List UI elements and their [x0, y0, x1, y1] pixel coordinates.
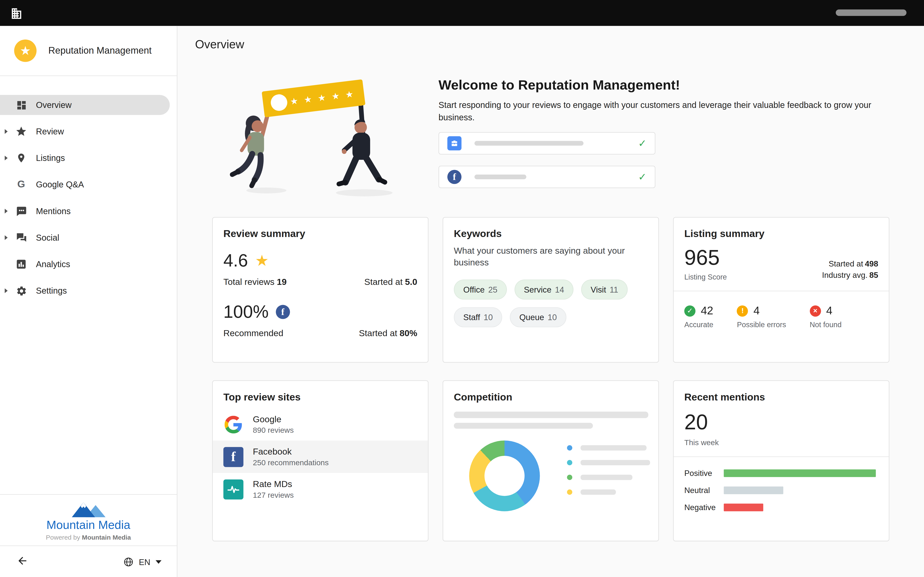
keyword-chip-visit[interactable]: Visit11: [581, 279, 628, 300]
legend-item: [567, 489, 650, 495]
sidebar-item-analytics[interactable]: Analytics: [0, 254, 170, 274]
legend-dot-icon: [567, 460, 572, 465]
sidebar-item-google-qa[interactable]: G Google Q&A: [0, 175, 170, 195]
building-icon[interactable]: [10, 6, 24, 20]
divider: [674, 291, 889, 291]
onboarding-checklist: ✓ f ✓: [439, 132, 877, 188]
mentions-count: 20: [685, 412, 878, 433]
legend-item: [567, 460, 650, 465]
warning-circle-icon: !: [737, 305, 748, 316]
error-circle-icon: ×: [810, 305, 821, 316]
reputation-star-icon: ★: [14, 40, 37, 62]
partner-brand: Mountain Media Powered by Mountain Media: [0, 495, 177, 545]
keyword-chip-queue[interactable]: Queue10: [510, 307, 566, 327]
legend-label-placeholder: [580, 460, 650, 465]
keyword-chips: Office25 Service14 Visit11 Staff10 Queue…: [454, 279, 648, 327]
account-placeholder: [836, 10, 906, 16]
site-row-google[interactable]: Google 890 reviews: [213, 408, 428, 441]
text-placeholder: [454, 423, 593, 429]
rating-started-label: Started at5.0: [365, 277, 417, 287]
expand-chevron-icon: [5, 235, 8, 240]
sidebar-item-overview[interactable]: Overview: [0, 95, 170, 115]
sidebar-item-listings[interactable]: Listings: [0, 148, 170, 168]
checklist-item-google-my-business[interactable]: ✓: [439, 132, 655, 155]
task-text-placeholder: [474, 141, 583, 146]
bar-chart-icon: [15, 259, 27, 269]
partner-name: Mountain Media: [0, 519, 177, 532]
site-row-ratemds[interactable]: Rate MDs 127 reviews: [213, 473, 428, 505]
check-icon: ✓: [638, 137, 646, 150]
sidebar-item-label: Settings: [36, 286, 67, 295]
globe-icon: [123, 556, 133, 567]
expand-chevron-icon: [5, 129, 8, 134]
gear-icon: [15, 285, 27, 296]
listing-score-caption: Listing Score: [685, 273, 727, 282]
powered-by-label: Powered by Mountain Media: [0, 533, 177, 541]
keyword-chip-service[interactable]: Service14: [514, 279, 574, 300]
app-header: ★ Reputation Management: [0, 26, 177, 76]
text-placeholder: [454, 412, 648, 418]
sidebar-item-social[interactable]: Social: [0, 227, 170, 248]
collapse-back-arrow-icon[interactable]: [16, 554, 28, 569]
card-title: Listing summary: [685, 228, 878, 240]
location-pin-icon: [15, 152, 27, 164]
sidebar-item-review[interactable]: Review: [0, 121, 170, 142]
sidebar-item-label: Review: [36, 127, 64, 136]
legend-item: [567, 475, 650, 480]
positive-bar: [724, 469, 876, 477]
listing-stat-accurate: ✓42 Accurate: [685, 304, 713, 329]
google-logo-icon: [223, 414, 244, 434]
dashboard-icon: [15, 99, 27, 111]
chat-bubble-icon: [15, 232, 27, 243]
legend-label-placeholder: [580, 489, 616, 495]
language-selector[interactable]: EN: [123, 556, 161, 567]
listing-stat-possible-errors: !4 Possible errors: [737, 304, 786, 329]
check-circle-icon: ✓: [685, 305, 696, 316]
facebook-icon: f: [223, 446, 244, 467]
card-title: Keywords: [454, 228, 648, 240]
listing-benchmarks: Started at498 Industry avg.85: [822, 259, 878, 281]
ratemds-pulse-icon: [223, 479, 244, 499]
main-content: Overview: [177, 26, 924, 577]
total-reviews-label: Total reviews19: [223, 277, 287, 287]
keyword-chip-staff[interactable]: Staff10: [454, 307, 502, 327]
language-code: EN: [139, 557, 150, 566]
sidebar-footer-area: Mountain Media Powered by Mountain Media…: [0, 494, 177, 577]
dashboard-cards: Review summary 4.6 ★ Total reviews19 Sta…: [212, 217, 890, 542]
sidebar-nav: Overview Review Listings G Google Q&A Me…: [0, 76, 177, 494]
sidebar: ★ Reputation Management Overview Review …: [0, 26, 177, 577]
facebook-icon: f: [276, 305, 290, 319]
app-title: Reputation Management: [48, 45, 152, 56]
expand-chevron-icon: [5, 288, 8, 293]
sidebar-bottom-bar: EN: [0, 545, 177, 577]
star-icon: [15, 126, 27, 137]
checklist-item-facebook[interactable]: f ✓: [439, 166, 655, 188]
site-row-facebook[interactable]: f Facebook 250 recommendations: [213, 440, 428, 473]
legend-dot-icon: [567, 489, 572, 495]
card-title: Recent mentions: [685, 392, 878, 403]
five-star-banner-icon: ★ ★ ★ ★ ★: [262, 79, 365, 117]
legend-label-placeholder: [580, 475, 632, 480]
sentiment-row-positive: Positive: [685, 469, 878, 478]
sidebar-item-label: Social: [36, 233, 59, 242]
top-bar: [0, 0, 924, 26]
legend-item: [567, 445, 650, 450]
mention-bubble-icon: [15, 206, 27, 217]
google-my-business-icon: [447, 136, 461, 150]
expand-chevron-icon: [5, 156, 8, 160]
top-review-sites-card: Top review sites Google 890 reviews f: [212, 380, 429, 541]
star-icon: ★: [255, 251, 269, 270]
neutral-bar: [724, 487, 783, 494]
sentiment-row-negative: Negative: [685, 503, 878, 512]
review-summary-card: Review summary 4.6 ★ Total reviews19 Sta…: [212, 217, 429, 363]
listing-summary-card: Listing summary 965 Listing Score Starte…: [673, 217, 889, 363]
sentiment-row-neutral: Neutral: [685, 486, 878, 495]
sidebar-item-label: Overview: [36, 100, 72, 110]
keyword-chip-office[interactable]: Office25: [454, 279, 507, 300]
chevron-down-icon: [156, 560, 161, 564]
page-title: Overview: [195, 38, 890, 51]
sidebar-item-settings[interactable]: Settings: [0, 280, 170, 301]
legend-dot-icon: [567, 445, 572, 450]
sidebar-item-mentions[interactable]: Mentions: [0, 201, 170, 221]
recommended-started-label: Started at80%: [359, 328, 417, 338]
